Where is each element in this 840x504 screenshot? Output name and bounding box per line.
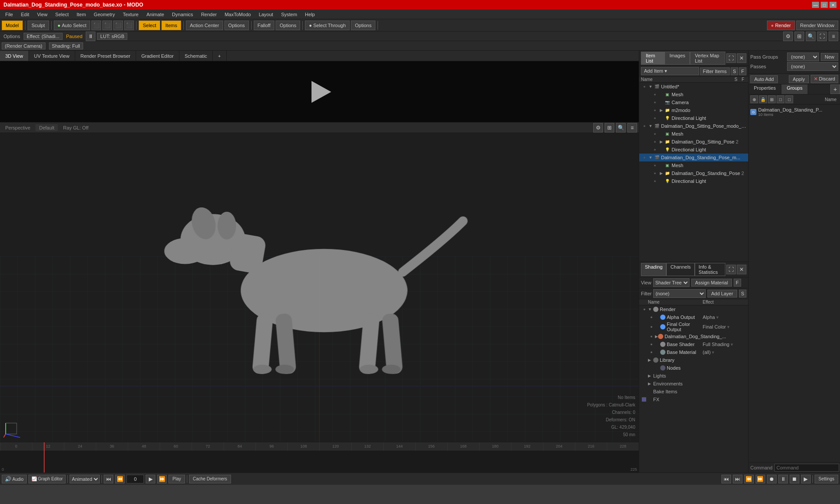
viewport-expand-icon[interactable]: ⛶ <box>817 32 827 41</box>
item-list-expand-icon[interactable]: ⛶ <box>726 53 736 63</box>
3d-settings-icon[interactable]: ⚙ <box>593 123 603 133</box>
paused-icon[interactable]: ⏸ <box>86 32 95 41</box>
menu-file[interactable]: File <box>2 11 17 18</box>
shader-lights[interactable]: ▶ Lights <box>639 372 748 380</box>
falloff-button[interactable]: Falloff <box>254 21 275 30</box>
3d-config-icon[interactable]: ≡ <box>627 123 637 133</box>
play-label-button[interactable]: Play <box>168 475 185 483</box>
playback-ctrl-8[interactable]: ▶ <box>801 475 811 483</box>
playback-ctrl-7[interactable]: ⏹ <box>790 475 799 483</box>
shader-dalmatian[interactable]: ● ▶ Dalmatian_Dog_Standing_... <box>639 332 748 340</box>
env-expand[interactable]: ▶ <box>648 382 653 386</box>
add-layer-button[interactable]: Add Layer <box>707 290 737 298</box>
render-expand-icon[interactable]: ▼ <box>648 307 653 312</box>
expand-standing-pose[interactable]: ▶ <box>658 171 664 176</box>
groups-icon-4[interactable]: □ <box>777 95 784 103</box>
tree-mesh2[interactable]: ● ▣ Mesh <box>639 130 748 138</box>
tab-schematic[interactable]: Schematic <box>179 51 213 61</box>
menu-system[interactable]: System <box>277 11 301 18</box>
shader-base[interactable]: ● Base Shader Full Shading ▾ <box>639 340 748 348</box>
toolbar-icon-3[interactable]: ⬛ <box>113 21 123 30</box>
vis-icon-sitting[interactable]: ● <box>641 122 648 130</box>
render-button[interactable]: ● Render <box>767 21 795 30</box>
viewport-settings-icon[interactable]: ⚙ <box>783 32 793 41</box>
groups-icon-2[interactable]: 🔒 <box>759 95 767 103</box>
auto-select-button[interactable]: ● Auto Select <box>54 21 91 30</box>
shader-fx[interactable]: FX <box>639 396 748 403</box>
expand-sitting[interactable]: ▼ <box>648 123 653 129</box>
shading-tab-shading[interactable]: Shading <box>641 263 666 276</box>
expand-untitled[interactable]: ▼ <box>648 84 653 89</box>
tab-uv-texture[interactable]: UV Texture View <box>29 51 75 61</box>
settings-button[interactable]: Settings <box>815 475 838 483</box>
command-input[interactable] <box>774 464 839 472</box>
menu-edit[interactable]: Edit <box>18 11 33 18</box>
menu-help[interactable]: Help <box>301 11 318 18</box>
groups-icon-1[interactable]: ⊕ <box>750 95 758 103</box>
tab-gradient-editor[interactable]: Gradient Editor <box>136 51 179 61</box>
toolbar-icon-2[interactable]: ⬛ <box>102 21 112 30</box>
graph-editor-button[interactable]: 📈 Graph Editor <box>28 475 66 483</box>
properties-tab[interactable]: Properties <box>749 84 781 94</box>
3d-fit-icon[interactable]: ⊞ <box>605 123 614 133</box>
frame-input[interactable] <box>126 475 144 483</box>
audio-button[interactable]: 🔊 Audio <box>2 475 27 483</box>
item-list-config-icon[interactable]: ✕ <box>737 53 746 63</box>
base-mat-vis-icon[interactable]: ● <box>648 349 655 355</box>
vis-icon-sitting-pose[interactable]: ● <box>651 138 658 145</box>
vis-icon-standing[interactable]: ● <box>641 154 648 161</box>
shader-nodes[interactable]: Nodes <box>639 364 748 372</box>
viewport-config-icon[interactable]: ≡ <box>829 32 838 41</box>
sculpt-button[interactable]: Sculpt <box>28 21 49 30</box>
prev-frame-button[interactable]: ⏪ <box>115 475 125 483</box>
action-center-button[interactable]: Action Center <box>186 21 223 30</box>
shader-base-material[interactable]: ● Base Material (all) ▾ <box>639 348 748 356</box>
timeline-track[interactable] <box>0 451 639 473</box>
shader-final-color[interactable]: ● Final Color Output Final Color ▾ <box>639 321 748 332</box>
vis-icon-mesh1[interactable]: ● <box>651 91 658 98</box>
tree-m2modo[interactable]: ● ▶ 📁 m2modo <box>639 106 748 114</box>
menu-dynamics[interactable]: Dynamics <box>168 11 196 18</box>
3d-zoom-icon[interactable]: 🔍 <box>616 123 626 133</box>
select-through-button[interactable]: ● Select Through <box>305 21 350 30</box>
play-button[interactable] <box>306 79 332 105</box>
add-item-button[interactable]: Add Item ▾ <box>641 67 699 75</box>
library-expand[interactable]: ▶ <box>648 358 653 362</box>
shader-library[interactable]: ▶ Library <box>639 356 748 364</box>
group-dalmatian-standing[interactable]: G Dalmatian_Dog_Standing_P... 10 Items <box>750 106 838 118</box>
close-button[interactable]: ✕ <box>830 2 836 8</box>
tab-render-preset[interactable]: Render Preset Browser <box>75 51 136 61</box>
menu-select[interactable]: Select <box>52 11 72 18</box>
view-select[interactable]: Shader Tree <box>653 278 690 287</box>
viewport-zoom-icon[interactable]: 🔍 <box>806 32 816 41</box>
vis-icon-camera[interactable]: ● <box>651 99 658 106</box>
menu-render[interactable]: Render <box>197 11 220 18</box>
playback-ctrl-6[interactable]: ⏸ <box>778 475 788 483</box>
vis-icon-mesh3[interactable]: ● <box>651 162 658 169</box>
expand-sitting-pose[interactable]: ▶ <box>658 139 664 144</box>
tree-mesh1[interactable]: ● ▣ Mesh <box>639 91 748 98</box>
final-color-vis-icon[interactable]: ● <box>648 324 655 330</box>
tree-untitled[interactable]: ● ▼ 🎬 Untitled* <box>639 83 748 91</box>
vis-icon-m2modo[interactable]: ● <box>651 107 658 114</box>
item-list-tab[interactable]: Item List <box>641 52 665 65</box>
3d-viewport[interactable]: No Items Polygons : Catmull-Clark Channe… <box>0 133 639 442</box>
viewport-fit-icon[interactable]: ⊞ <box>794 32 804 41</box>
shading-button[interactable]: Shading: Full <box>49 42 83 49</box>
animated-select[interactable]: Animated <box>70 475 100 483</box>
tree-dirlight2[interactable]: ● 💡 Directional Light <box>639 146 748 154</box>
render-camera-button[interactable]: (Render Camera) <box>2 42 46 49</box>
menu-texture[interactable]: Texture <box>119 11 142 18</box>
shading-config-icon[interactable]: ✕ <box>737 265 746 274</box>
vertex-map-tab[interactable]: Vertex Map List <box>690 52 725 65</box>
shader-s-button[interactable]: S <box>739 290 746 298</box>
playback-ctrl-5[interactable]: ⏺ <box>767 475 777 483</box>
timeline-playhead[interactable] <box>44 442 45 472</box>
toolbar-icon-1[interactable]: ⬛ <box>91 21 101 30</box>
pass-groups-new-button[interactable]: New <box>821 53 838 61</box>
shader-environments[interactable]: ▶ Environments <box>639 380 748 388</box>
groups-tab[interactable]: Groups <box>781 84 808 94</box>
tab-3d-view[interactable]: 3D View <box>0 51 29 61</box>
vis-icon-mesh2[interactable]: ● <box>651 130 658 137</box>
shading-tab-info[interactable]: Info & Statistics <box>695 263 725 276</box>
